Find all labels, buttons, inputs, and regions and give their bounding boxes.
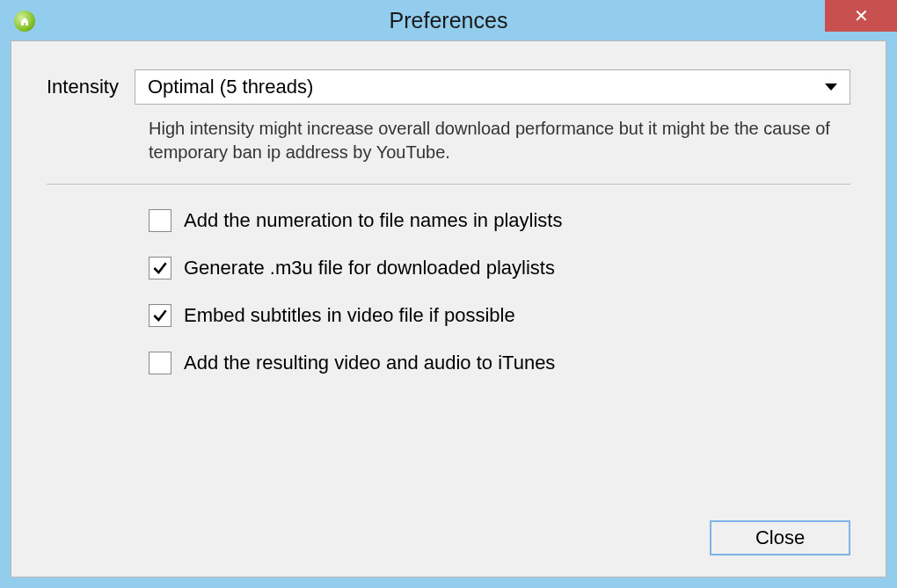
close-icon: ✕ [854,5,869,26]
intensity-row: Intensity Optimal (5 threads) [47,69,850,105]
checkbox-label: Add the resulting video and audio to iTu… [184,352,555,374]
checkbox-numeration[interactable] [149,209,171,232]
intensity-hint: High intensity might increase overall do… [149,117,847,164]
client-area: Intensity Optimal (5 threads) High inten… [11,40,886,577]
close-button[interactable]: Close [710,520,850,555]
intensity-selected-value: Optimal (5 threads) [148,76,313,98]
checkbox-label: Generate .m3u file for downloaded playli… [184,257,555,279]
option-itunes: Add the resulting video and audio to iTu… [149,352,850,374]
checkbox-itunes[interactable] [149,352,171,374]
titlebar: Preferences ✕ [0,0,897,40]
checkbox-m3u[interactable] [149,257,171,279]
window-close-button[interactable]: ✕ [825,0,897,32]
divider [47,184,850,185]
checkbox-subtitles[interactable] [149,304,171,327]
intensity-dropdown[interactable]: Optimal (5 threads) [135,69,850,105]
checkbox-label: Embed subtitles in video file if possibl… [184,304,515,327]
app-icon [14,11,35,32]
preferences-window: Preferences ✕ Intensity Optimal (5 threa… [0,0,897,588]
chevron-down-icon [825,83,837,91]
option-m3u: Generate .m3u file for downloaded playli… [149,257,850,279]
footer: Close [47,520,850,555]
option-numeration: Add the numeration to file names in play… [149,209,850,232]
window-title: Preferences [390,8,508,33]
option-subtitles: Embed subtitles in video file if possibl… [149,304,850,327]
intensity-label: Intensity [47,76,119,98]
close-button-label: Close [755,526,805,549]
checkbox-label: Add the numeration to file names in play… [184,209,562,232]
